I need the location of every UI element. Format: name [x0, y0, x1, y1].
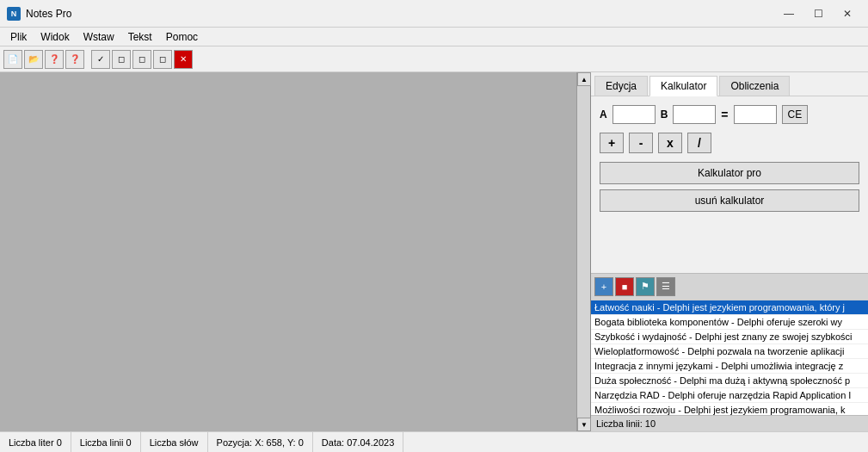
- main-area: ▲ ▼ Edycja Kalkulator Obliczenia A B = C…: [0, 72, 868, 431]
- toolbar-box1[interactable]: ◻: [112, 50, 131, 69]
- menu-widok[interactable]: Widok: [34, 29, 76, 45]
- list-item[interactable]: Szybkość i wydajność - Delphi jest znany…: [591, 330, 868, 344]
- notes-menu-btn[interactable]: ☰: [656, 277, 675, 296]
- list-item[interactable]: Integracja z innymi językami - Delphi um…: [591, 359, 868, 374]
- toolbar-box2[interactable]: ◻: [132, 50, 151, 69]
- status-pozycja: Pozycja: X: 658, Y: 0: [208, 432, 313, 452]
- op-multiply[interactable]: x: [658, 133, 682, 153]
- status-bar: Liczba liter 0 Liczba linii 0 Liczba słó…: [0, 431, 868, 452]
- toolbar-check[interactable]: ✓: [91, 50, 110, 69]
- calc-ce-button[interactable]: CE: [782, 105, 809, 124]
- menu-plik[interactable]: Plik: [3, 29, 34, 45]
- scroll-up-btn[interactable]: ▲: [577, 72, 591, 86]
- editor-scrollbar[interactable]: ▲ ▼: [576, 72, 590, 431]
- right-panel: Edycja Kalkulator Obliczenia A B = CE + …: [591, 72, 868, 431]
- notes-toolbar: + ■ ⚑ ☰: [591, 273, 868, 300]
- op-minus[interactable]: -: [629, 133, 653, 153]
- editor-area: ▲ ▼: [0, 72, 591, 431]
- status-linii: Liczba linii 0: [71, 432, 141, 452]
- notes-footer: Liczba linii: 10: [591, 415, 868, 431]
- list-item[interactable]: Łatwość nauki - Delphi jest jezykiem pro…: [591, 300, 868, 315]
- calc-label-a: A: [600, 108, 607, 121]
- toolbar-help1[interactable]: ❓: [45, 50, 64, 69]
- notes-add-btn[interactable]: +: [594, 277, 613, 296]
- toolbar: 📄 📂 ❓ ❓ ✓ ◻ ◻ ◻ ✕: [0, 46, 868, 72]
- op-plus[interactable]: +: [600, 133, 624, 153]
- status-slowa: Liczba słów: [141, 432, 208, 452]
- calc-panel: A B = CE + - x / Kalkulator pro usuń kal…: [591, 96, 868, 273]
- status-data: Data: 07.04.2023: [313, 432, 403, 452]
- calc-result: [734, 105, 777, 124]
- calc-label-b: B: [661, 108, 668, 121]
- toolbar-delete[interactable]: ✕: [174, 50, 193, 69]
- calc-input-b[interactable]: [673, 105, 716, 124]
- notes-red-btn[interactable]: ■: [615, 277, 634, 296]
- calc-ops: + - x /: [600, 133, 859, 153]
- tab-obliczenia[interactable]: Obliczenia: [719, 76, 790, 96]
- tab-edycja[interactable]: Edycja: [594, 76, 648, 96]
- notes-section: + ■ ⚑ ☰ Łatwość nauki - Delphi jest jezy…: [591, 273, 868, 432]
- calc-pro-button[interactable]: Kalkulator pro: [600, 162, 859, 184]
- calc-equals: =: [721, 108, 728, 121]
- notes-line-count: Liczba linii: 10: [596, 418, 656, 429]
- title-text: Notes Pro: [26, 8, 71, 20]
- toolbar-open[interactable]: 📂: [24, 50, 43, 69]
- calc-remove-button[interactable]: usuń kalkulator: [600, 189, 859, 212]
- menu-bar: Plik Widok Wstaw Tekst Pomoc: [0, 28, 868, 46]
- toolbar-help2[interactable]: ❓: [65, 50, 84, 69]
- window-controls: — ☐ ✕: [775, 5, 861, 22]
- title-left: N Notes Pro: [7, 7, 71, 21]
- list-item[interactable]: Możliwości rozwoju - Delphi jest jezykie…: [591, 403, 868, 416]
- toolbar-box3[interactable]: ◻: [153, 50, 172, 69]
- close-button[interactable]: ✕: [834, 5, 861, 22]
- calc-inputs: A B = CE: [600, 105, 859, 124]
- list-item[interactable]: Wieloplatformowość - Delphi pozwala na t…: [591, 344, 868, 359]
- notes-flag-btn[interactable]: ⚑: [636, 277, 655, 296]
- tabs: Edycja Kalkulator Obliczenia: [591, 72, 868, 96]
- list-item[interactable]: Narzędzia RAD - Delphi oferuje narzędzia…: [591, 388, 868, 403]
- list-item[interactable]: Duża społeczność - Delphi ma dużą i akty…: [591, 374, 868, 388]
- app-icon: N: [7, 7, 21, 21]
- list-item[interactable]: Bogata biblioteka komponentów - Delphi o…: [591, 315, 868, 330]
- menu-tekst[interactable]: Tekst: [121, 29, 159, 45]
- title-bar: N Notes Pro — ☐ ✕: [0, 0, 868, 28]
- status-litery: Liczba liter 0: [0, 432, 71, 452]
- op-divide[interactable]: /: [687, 133, 711, 153]
- calc-input-a[interactable]: [613, 105, 656, 124]
- menu-pomoc[interactable]: Pomoc: [159, 29, 205, 45]
- menu-wstaw[interactable]: Wstaw: [77, 29, 121, 45]
- minimize-button[interactable]: —: [775, 5, 803, 22]
- notes-list[interactable]: Łatwość nauki - Delphi jest jezykiem pro…: [591, 300, 868, 416]
- maximize-button[interactable]: ☐: [804, 5, 832, 22]
- toolbar-new[interactable]: 📄: [3, 50, 22, 69]
- scroll-down-btn[interactable]: ▼: [577, 418, 591, 431]
- tab-kalkulator[interactable]: Kalkulator: [649, 76, 717, 96]
